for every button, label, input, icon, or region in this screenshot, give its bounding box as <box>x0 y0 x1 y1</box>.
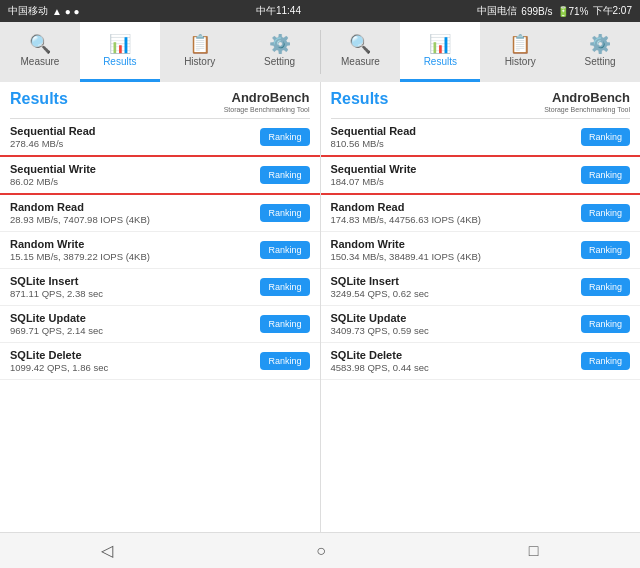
bench-name-0-4: SQLite Insert <box>10 275 254 287</box>
bench-name-0-2: Random Read <box>10 201 254 213</box>
time-right: 下午2:07 <box>593 4 632 18</box>
ranking-btn-1-2[interactable]: Ranking <box>581 204 630 222</box>
panel-left: ResultsAndroBenchStorage Benchmarking To… <box>0 82 321 532</box>
bench-row-1-1: Sequential Write184.07 MB/sRanking <box>321 157 641 195</box>
time-display: 中午11:44 <box>256 5 301 16</box>
ranking-btn-0-2[interactable]: Ranking <box>260 204 309 222</box>
bench-row-0-0: Sequential Read278.46 MB/sRanking <box>0 119 320 157</box>
bench-row-1-5: SQLite Update3409.73 QPS, 0.59 secRankin… <box>321 306 641 343</box>
results-icon-left: 📊 <box>109 35 131 53</box>
bench-info-1-1: Sequential Write184.07 MB/s <box>331 163 575 187</box>
battery-icon: 🔋71% <box>557 6 589 17</box>
bench-name-0-0: Sequential Read <box>10 125 254 137</box>
nav-section-right: 🔍 Measure 📊 Results 📋 History ⚙️ Setting <box>321 22 641 82</box>
bench-row-0-6: SQLite Delete1099.42 QPS, 1.86 secRankin… <box>0 343 320 380</box>
ranking-btn-0-3[interactable]: Ranking <box>260 241 309 259</box>
tab-setting-left[interactable]: ⚙️ Setting <box>240 22 320 82</box>
bench-name-1-4: SQLite Insert <box>331 275 575 287</box>
bench-info-1-6: SQLite Delete4583.98 QPS, 0.44 sec <box>331 349 575 373</box>
bench-row-0-4: SQLite Insert871.11 QPS, 2.38 secRanking <box>0 269 320 306</box>
signal-icons: ▲ ● ● <box>52 6 80 17</box>
ranking-btn-1-0[interactable]: Ranking <box>581 128 630 146</box>
logo-main-0: AndroBench <box>224 90 310 106</box>
bench-info-0-3: Random Write15.15 MB/s, 3879.22 IOPS (4K… <box>10 238 254 262</box>
bench-value-0-3: 15.15 MB/s, 3879.22 IOPS (4KB) <box>10 251 254 262</box>
tab-history-right[interactable]: 📋 History <box>480 22 560 82</box>
panel-header-0: ResultsAndroBenchStorage Benchmarking To… <box>0 82 320 118</box>
carrier-left: 中国移动 <box>8 4 48 18</box>
tab-setting-right[interactable]: ⚙️ Setting <box>560 22 640 82</box>
bench-value-0-2: 28.93 MB/s, 7407.98 IOPS (4KB) <box>10 214 254 225</box>
home-button[interactable]: ○ <box>296 538 346 564</box>
measure-icon-left: 🔍 <box>29 35 51 53</box>
bench-row-1-2: Random Read174.83 MB/s, 44756.63 IOPS (4… <box>321 195 641 232</box>
bench-value-0-1: 86.02 MB/s <box>10 176 254 187</box>
panel-header-1: ResultsAndroBenchStorage Benchmarking To… <box>321 82 641 118</box>
status-right: 中国电信 699B/s 🔋71% 下午2:07 <box>477 4 632 18</box>
bench-name-0-1: Sequential Write <box>10 163 254 175</box>
tab-history-left[interactable]: 📋 History <box>160 22 240 82</box>
tab-history-left-label: History <box>184 56 215 67</box>
logo-sub-0: Storage Benchmarking Tool <box>224 106 310 114</box>
status-center: 中午11:44 <box>256 4 301 18</box>
androbench-logo-0: AndroBenchStorage Benchmarking Tool <box>224 90 310 114</box>
results-title-1: Results <box>331 90 389 108</box>
ranking-btn-1-6[interactable]: Ranking <box>581 352 630 370</box>
bench-info-0-0: Sequential Read278.46 MB/s <box>10 125 254 149</box>
bench-row-1-6: SQLite Delete4583.98 QPS, 0.44 secRankin… <box>321 343 641 380</box>
bench-list-1: Sequential Read810.56 MB/sRankingSequent… <box>321 119 641 380</box>
ranking-btn-0-4[interactable]: Ranking <box>260 278 309 296</box>
bench-name-1-3: Random Write <box>331 238 575 250</box>
tab-results-right[interactable]: 📊 Results <box>400 22 480 82</box>
bench-info-0-1: Sequential Write86.02 MB/s <box>10 163 254 187</box>
tab-measure-right[interactable]: 🔍 Measure <box>321 22 401 82</box>
back-button[interactable]: ◁ <box>81 537 133 564</box>
bench-value-1-2: 174.83 MB/s, 44756.63 IOPS (4KB) <box>331 214 575 225</box>
bench-name-1-0: Sequential Read <box>331 125 575 137</box>
results-title-0: Results <box>10 90 68 108</box>
bench-info-0-5: SQLite Update969.71 QPS, 2.14 sec <box>10 312 254 336</box>
tab-results-left-label: Results <box>103 56 136 67</box>
bench-name-0-6: SQLite Delete <box>10 349 254 361</box>
ranking-btn-1-1[interactable]: Ranking <box>581 166 630 184</box>
ranking-btn-0-5[interactable]: Ranking <box>260 315 309 333</box>
bench-value-1-1: 184.07 MB/s <box>331 176 575 187</box>
history-icon-left: 📋 <box>189 35 211 53</box>
bench-row-0-2: Random Read28.93 MB/s, 7407.98 IOPS (4KB… <box>0 195 320 232</box>
bench-name-1-2: Random Read <box>331 201 575 213</box>
bench-info-1-0: Sequential Read810.56 MB/s <box>331 125 575 149</box>
status-bar: 中国移动 ▲ ● ● 中午11:44 中国电信 699B/s 🔋71% 下午2:… <box>0 0 640 22</box>
bench-name-0-3: Random Write <box>10 238 254 250</box>
nav-bar: 🔍 Measure 📊 Results 📋 History ⚙️ Setting… <box>0 22 640 82</box>
tab-measure-left[interactable]: 🔍 Measure <box>0 22 80 82</box>
recent-button[interactable]: □ <box>509 538 559 564</box>
ranking-btn-1-3[interactable]: Ranking <box>581 241 630 259</box>
bench-value-1-4: 3249.54 QPS, 0.62 sec <box>331 288 575 299</box>
ranking-btn-1-5[interactable]: Ranking <box>581 315 630 333</box>
ranking-btn-0-0[interactable]: Ranking <box>260 128 309 146</box>
speed-display: 699B/s <box>521 6 552 17</box>
ranking-btn-0-6[interactable]: Ranking <box>260 352 309 370</box>
bottom-nav: ◁ ○ □ <box>0 532 640 568</box>
bench-row-1-4: SQLite Insert3249.54 QPS, 0.62 secRankin… <box>321 269 641 306</box>
bench-row-1-3: Random Write150.34 MB/s, 38489.41 IOPS (… <box>321 232 641 269</box>
bench-row-1-0: Sequential Read810.56 MB/sRanking <box>321 119 641 157</box>
tab-setting-left-label: Setting <box>264 56 295 67</box>
carrier-right: 中国电信 <box>477 4 517 18</box>
results-icon-right: 📊 <box>429 35 451 53</box>
bench-value-1-6: 4583.98 QPS, 0.44 sec <box>331 362 575 373</box>
bench-value-0-4: 871.11 QPS, 2.38 sec <box>10 288 254 299</box>
history-icon-right: 📋 <box>509 35 531 53</box>
ranking-btn-1-4[interactable]: Ranking <box>581 278 630 296</box>
tab-results-right-label: Results <box>424 56 457 67</box>
nav-section-left: 🔍 Measure 📊 Results 📋 History ⚙️ Setting <box>0 22 320 82</box>
androbench-logo-1: AndroBenchStorage Benchmarking Tool <box>544 90 630 114</box>
tab-results-left[interactable]: 📊 Results <box>80 22 160 82</box>
bench-name-0-5: SQLite Update <box>10 312 254 324</box>
setting-icon-right: ⚙️ <box>589 35 611 53</box>
bench-info-0-6: SQLite Delete1099.42 QPS, 1.86 sec <box>10 349 254 373</box>
bench-value-1-0: 810.56 MB/s <box>331 138 575 149</box>
tab-measure-right-label: Measure <box>341 56 380 67</box>
bench-value-0-5: 969.71 QPS, 2.14 sec <box>10 325 254 336</box>
ranking-btn-0-1[interactable]: Ranking <box>260 166 309 184</box>
